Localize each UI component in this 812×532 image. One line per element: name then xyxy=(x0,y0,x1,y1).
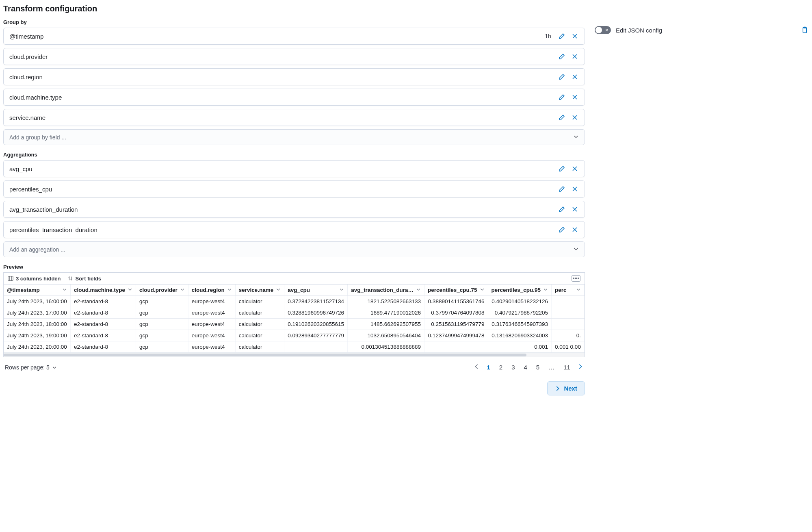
pager-page-1[interactable]: 1 xyxy=(485,363,492,371)
close-icon xyxy=(572,53,578,60)
cell-avg_txn: 1032.6508950546404 xyxy=(348,330,424,341)
sort-fields-label: Sort fields xyxy=(76,276,102,282)
density-icon[interactable] xyxy=(572,275,580,282)
edit-button[interactable] xyxy=(558,165,566,173)
next-button[interactable]: Next xyxy=(547,381,585,395)
edit-json-toggle[interactable]: ✕ xyxy=(595,26,611,34)
close-icon xyxy=(572,186,578,192)
edit-button[interactable] xyxy=(558,52,566,61)
pencil-icon xyxy=(559,226,565,233)
column-header-pct_cpu_95[interactable]: percentiles_cpu.95 xyxy=(488,284,552,296)
column-header-region[interactable]: cloud.region xyxy=(188,284,235,296)
group-by-label: Group by xyxy=(3,19,585,25)
copy-config-button[interactable] xyxy=(801,26,809,34)
column-header-service[interactable]: service.name xyxy=(235,284,284,296)
edit-json-label: Edit JSON config xyxy=(616,27,662,34)
cell-avg_cpu: 0.37284223811527134 xyxy=(284,296,348,307)
cell-machine_type: e2-standard-8 xyxy=(70,296,136,307)
cell-timestamp: July 24th 2023, 19:00:00 xyxy=(4,330,70,341)
pager-page-4[interactable]: 4 xyxy=(522,363,529,371)
pencil-icon xyxy=(559,165,565,172)
group-by-list: @timestamp1hcloud.providercloud.regioncl… xyxy=(3,28,585,145)
remove-button[interactable] xyxy=(571,32,579,40)
cell-service: calculator xyxy=(235,296,284,307)
group-by-add-field[interactable]: Add a group by field ... xyxy=(3,129,585,145)
preview-table-wrapper: @timestampcloud.machine.typecloud.provid… xyxy=(3,284,585,357)
placeholder-text: Add an aggregation ... xyxy=(9,246,65,253)
column-header-pct_cpu_75[interactable]: percentiles_cpu.75 xyxy=(424,284,488,296)
remove-button[interactable] xyxy=(571,226,579,234)
edit-button[interactable] xyxy=(558,113,566,122)
pencil-icon xyxy=(559,53,565,60)
aggregation-item: avg_cpu xyxy=(3,160,585,177)
cell-avg_cpu: 0.32881960996749726 xyxy=(284,307,348,319)
aggregation-item: percentiles_cpu xyxy=(3,180,585,198)
cell-pct_cpu_95: 0.4079217988792205 xyxy=(488,307,552,319)
group-by-item-label: cloud.provider xyxy=(9,53,48,60)
cell-provider: gcp xyxy=(136,330,188,341)
table-row: July 24th 2023, 17:00:00e2-standard-8gcp… xyxy=(4,307,584,319)
column-header-avg_txn[interactable]: avg_transaction_dura… xyxy=(348,284,424,296)
remove-button[interactable] xyxy=(571,52,579,61)
column-header-avg_cpu[interactable]: avg_cpu xyxy=(284,284,348,296)
chevron-down-icon xyxy=(573,134,579,141)
edit-button[interactable] xyxy=(558,93,566,101)
close-icon xyxy=(572,94,578,100)
pagination: 12345…11 xyxy=(474,363,583,371)
next-button-label: Next xyxy=(564,385,577,392)
cell-timestamp: July 24th 2023, 16:00:00 xyxy=(4,296,70,307)
cell-perc_extra xyxy=(552,319,585,330)
pager-page-11[interactable]: 11 xyxy=(562,363,572,371)
rows-per-page-select[interactable]: Rows per page: 5 xyxy=(5,364,57,371)
cell-avg_txn: 1689.477190012026 xyxy=(348,307,424,319)
pager-page-5[interactable]: 5 xyxy=(535,363,541,371)
remove-button[interactable] xyxy=(571,185,579,193)
cell-machine_type: e2-standard-8 xyxy=(70,330,136,341)
cell-machine_type: e2-standard-8 xyxy=(70,307,136,319)
chevron-down-icon xyxy=(480,287,485,293)
edit-button[interactable] xyxy=(558,32,566,40)
cell-service: calculator xyxy=(235,341,284,353)
edit-button[interactable] xyxy=(558,185,566,193)
remove-button[interactable] xyxy=(571,113,579,122)
edit-button[interactable] xyxy=(558,226,566,234)
chevron-right-icon xyxy=(578,364,583,369)
remove-button[interactable] xyxy=(571,93,579,101)
pencil-icon xyxy=(559,33,565,39)
pager-ellipsis: … xyxy=(547,363,556,371)
cell-avg_cpu: 0.19102620320855615 xyxy=(284,319,348,330)
pager-next[interactable] xyxy=(578,364,583,371)
table-row: July 24th 2023, 19:00:00e2-standard-8gcp… xyxy=(4,330,584,341)
remove-button[interactable] xyxy=(571,165,579,173)
aggregations-label: Aggregations xyxy=(3,152,585,158)
page-title: Transform configuration xyxy=(3,4,585,13)
column-header-timestamp[interactable]: @timestamp xyxy=(4,284,70,296)
sort-fields-button[interactable]: Sort fields xyxy=(67,276,102,282)
cell-region: europe-west4 xyxy=(188,341,235,353)
columns-hidden-button[interactable]: 3 columns hidden xyxy=(8,276,61,282)
remove-button[interactable] xyxy=(571,205,579,213)
column-header-provider[interactable]: cloud.provider xyxy=(136,284,188,296)
cell-provider: gcp xyxy=(136,307,188,319)
horizontal-scrollbar[interactable] xyxy=(4,353,585,357)
remove-button[interactable] xyxy=(571,73,579,81)
aggregation-item-label: avg_transaction_duration xyxy=(9,206,78,213)
cell-pct_cpu_75: 0.38890141155361746 xyxy=(424,296,488,307)
rows-per-page-label: Rows per page: 5 xyxy=(5,364,50,371)
cell-service: calculator xyxy=(235,307,284,319)
pager-prev[interactable] xyxy=(474,364,479,371)
edit-button[interactable] xyxy=(558,73,566,81)
interval-label: 1h xyxy=(545,33,551,39)
cell-avg_cpu xyxy=(284,341,348,353)
table-row: July 24th 2023, 20:00:00e2-standard-8gcp… xyxy=(4,341,584,353)
column-header-machine_type[interactable]: cloud.machine.type xyxy=(70,284,136,296)
column-header-label: cloud.region xyxy=(192,287,225,293)
cell-machine_type: e2-standard-8 xyxy=(70,341,136,353)
edit-button[interactable] xyxy=(558,205,566,213)
column-header-perc_extra[interactable]: perc xyxy=(552,284,585,296)
pager-page-3[interactable]: 3 xyxy=(510,363,516,371)
pager-page-2[interactable]: 2 xyxy=(498,363,504,371)
aggregation-item-label: percentiles_cpu xyxy=(9,186,52,193)
clipboard-icon xyxy=(801,26,808,34)
aggregation-add-field[interactable]: Add an aggregation ... xyxy=(3,241,585,257)
